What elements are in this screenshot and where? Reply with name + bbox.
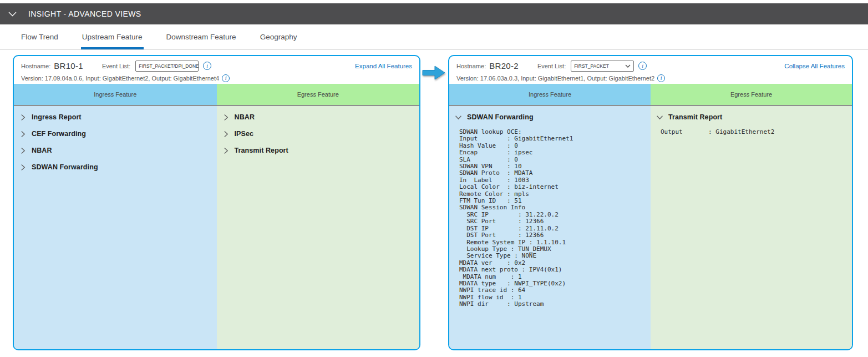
tab-flow-trend[interactable]: Flow Trend [21, 24, 59, 49]
chevron-right-icon[interactable] [21, 114, 26, 120]
feature-label: IPSec [235, 130, 254, 138]
feature-row-sdwan-forwarding[interactable]: SDWAN Forwarding [14, 159, 217, 175]
feature-row-transmit-report[interactable]: Transmit Report [651, 109, 852, 125]
tab-label: Upstream Feature [82, 33, 143, 41]
feature-label: NBAR [235, 113, 255, 121]
chevron-right-icon[interactable] [224, 131, 229, 137]
tab-label: Flow Trend [21, 33, 58, 41]
flow-direction-arrow-icon [422, 63, 446, 82]
chevron-right-icon[interactable] [21, 131, 26, 137]
chevron-right-icon[interactable] [224, 114, 229, 120]
tab-geography[interactable]: Geography [260, 24, 298, 49]
feature-label: CEF Forwarding [32, 130, 86, 138]
device-panel-br20-2: Hostname: BR20-2 Event List: FIRST_PACKE… [448, 55, 853, 350]
egress-feature-header: Egress Feature [651, 84, 852, 105]
info-icon[interactable]: i [657, 74, 665, 82]
feature-columns-header: Ingress Feature Egress Feature [449, 84, 852, 106]
tab-label: Geography [260, 33, 297, 41]
event-list-label: Event List: [102, 63, 130, 69]
egress-feature-list: Transmit Report Output : GigabitEthernet… [651, 106, 852, 349]
info-icon[interactable]: i [203, 62, 211, 70]
feature-columns-body: Ingress Report CEF Forwarding NBAR SDWAN… [14, 106, 419, 349]
egress-feature-header: Egress Feature [217, 84, 420, 105]
ingress-feature-list: SDWAN Forwarding SDWAN lookup OCE: Input… [449, 106, 651, 349]
feature-columns-header: Ingress Feature Egress Feature [14, 84, 419, 106]
feature-row-ipsec[interactable]: IPSec [217, 125, 420, 142]
panel-header: Hostname: BR20-2 Event List: FIRST_PACKE… [449, 56, 852, 84]
hostname-value: BR20-2 [489, 61, 519, 71]
transmit-report-detail: Output : GigabitEthernet2 [661, 129, 852, 135]
hostname-label: Hostname: [456, 63, 486, 69]
section-titlebar: INSIGHT - ADVANCED VIEWS [0, 3, 868, 24]
info-icon[interactable]: i [638, 62, 647, 70]
feature-row-ingress-report[interactable]: Ingress Report [14, 109, 217, 125]
event-list-selected-value: FIRST_PACKET/DPI_DONE [139, 63, 199, 69]
tab-label: Downstream Feature [166, 33, 236, 41]
hostname-label: Hostname: [21, 63, 50, 69]
feature-row-nbar[interactable]: NBAR [14, 142, 217, 159]
feature-row-sdwan-forwarding[interactable]: SDWAN Forwarding [449, 109, 651, 125]
chevron-right-icon[interactable] [21, 164, 26, 170]
tab-bar: Flow Trend Upstream Feature Downstream F… [0, 24, 868, 50]
feature-row-nbar[interactable]: NBAR [217, 109, 420, 125]
version-line: Version: 17.09.04a.0.6, Input: GigabitEt… [21, 75, 219, 82]
feature-columns-body: SDWAN Forwarding SDWAN lookup OCE: Input… [449, 106, 852, 349]
expand-all-features-link[interactable]: Expand All Features [355, 63, 412, 69]
egress-feature-list: NBAR IPSec Transmit Report [217, 106, 420, 349]
event-list-select[interactable]: FIRST_PACKET/DPI_DONE [135, 61, 199, 72]
feature-label: Transmit Report [668, 113, 722, 121]
event-list-selected-value: FIRST_PACKET [574, 63, 609, 69]
feature-label: NBAR [32, 147, 52, 154]
ingress-feature-header: Ingress Feature [449, 84, 651, 105]
chevron-down-icon[interactable] [657, 115, 663, 120]
tab-downstream-feature[interactable]: Downstream Feature [166, 24, 237, 49]
feature-row-transmit-report[interactable]: Transmit Report [217, 142, 420, 159]
tab-upstream-feature[interactable]: Upstream Feature [82, 24, 143, 49]
device-panel-br10-1: Hostname: BR10-1 Event List: FIRST_PACKE… [13, 55, 420, 350]
hostname-value: BR10-1 [54, 61, 83, 71]
chevron-right-icon[interactable] [21, 148, 26, 154]
chevron-down-icon[interactable] [455, 115, 461, 120]
feature-label: Transmit Report [235, 147, 288, 154]
feature-row-cef-forwarding[interactable]: CEF Forwarding [14, 125, 217, 142]
feature-label: Ingress Report [32, 113, 82, 121]
section-title: INSIGHT - ADVANCED VIEWS [28, 9, 141, 18]
panel-header: Hostname: BR10-1 Event List: FIRST_PACKE… [14, 56, 419, 84]
chevron-right-icon[interactable] [224, 148, 229, 154]
ingress-feature-header: Ingress Feature [14, 84, 217, 105]
chevron-down-icon[interactable] [8, 12, 17, 17]
info-icon[interactable]: i [222, 74, 230, 82]
collapse-all-features-link[interactable]: Collapse All Features [784, 63, 845, 69]
feature-label: SDWAN Forwarding [32, 163, 98, 171]
chevron-down-icon [625, 64, 631, 68]
sdwan-forwarding-detail: SDWAN lookup OCE: Input : GigabitEtherne… [459, 129, 651, 308]
event-list-select[interactable]: FIRST_PACKET [571, 61, 634, 72]
feature-label: SDWAN Forwarding [467, 113, 534, 121]
event-list-label: Event List: [537, 63, 566, 69]
version-line: Version: 17.06.03a.0.3, Input: GigabitEt… [456, 75, 654, 82]
ingress-feature-list: Ingress Report CEF Forwarding NBAR SDWAN… [14, 106, 217, 349]
